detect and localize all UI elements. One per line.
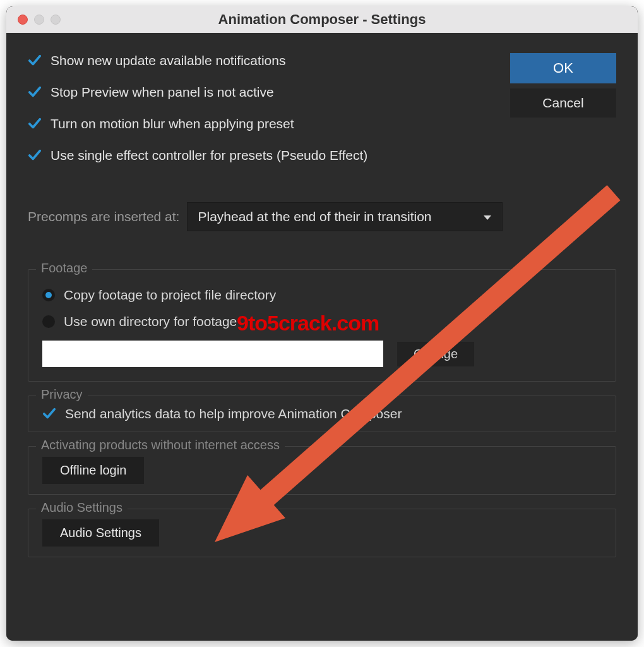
check-icon[interactable] (42, 407, 56, 421)
chevron-down-icon (483, 209, 492, 224)
footage-copy-row[interactable]: Copy footage to project file directory (42, 287, 602, 303)
audio-settings-button[interactable]: Audio Settings (42, 519, 159, 547)
precomp-label: Precomps are inserted at: (28, 209, 179, 224)
check-icon[interactable] (28, 117, 42, 131)
check-icon[interactable] (28, 54, 42, 68)
privacy-analytics-label: Send analytics data to help improve Anim… (65, 406, 402, 421)
radio-icon[interactable] (42, 315, 55, 328)
precomp-select[interactable]: Playhead at the end of their in transiti… (187, 202, 503, 231)
footage-title: Footage (36, 261, 92, 275)
radio-icon[interactable] (42, 289, 55, 301)
audio-group: Audio Settings Audio Settings (28, 509, 616, 557)
activating-title: Activating products without internet acc… (36, 438, 285, 452)
content: Show new update available notifications … (6, 33, 638, 641)
ok-button[interactable]: OK (510, 53, 616, 83)
check-updates-label: Show new update available notifications (51, 53, 285, 68)
window-title: Animation Composer - Settings (6, 11, 638, 28)
activating-group: Activating products without internet acc… (28, 446, 616, 495)
footage-path-input[interactable] (42, 341, 383, 367)
footage-copy-label: Copy footage to project file directory (64, 287, 276, 303)
cancel-button[interactable]: Cancel (510, 88, 616, 118)
titlebar: Animation Composer - Settings (6, 6, 638, 33)
check-motionblur-label: Turn on motion blur when applying preset (51, 116, 294, 131)
footage-own-label: Use own directory for footage (64, 314, 237, 329)
settings-window: Animation Composer - Settings Show new u… (6, 6, 638, 641)
check-icon[interactable] (28, 85, 42, 99)
change-button[interactable]: Change (397, 342, 474, 366)
privacy-title: Privacy (36, 387, 88, 402)
check-pseudo-label: Use single effect controller for presets… (51, 148, 367, 163)
privacy-group: Privacy Send analytics data to help impr… (28, 396, 616, 432)
footage-own-row[interactable]: Use own directory for footage (42, 314, 602, 329)
footage-group: Footage Copy footage to project file dir… (28, 269, 616, 382)
audio-title: Audio Settings (36, 500, 128, 515)
check-icon[interactable] (28, 148, 42, 162)
check-preview-label: Stop Preview when panel is not active (51, 85, 274, 100)
offline-login-button[interactable]: Offline login (42, 457, 144, 484)
precomp-selected: Playhead at the end of their in transiti… (198, 209, 431, 224)
